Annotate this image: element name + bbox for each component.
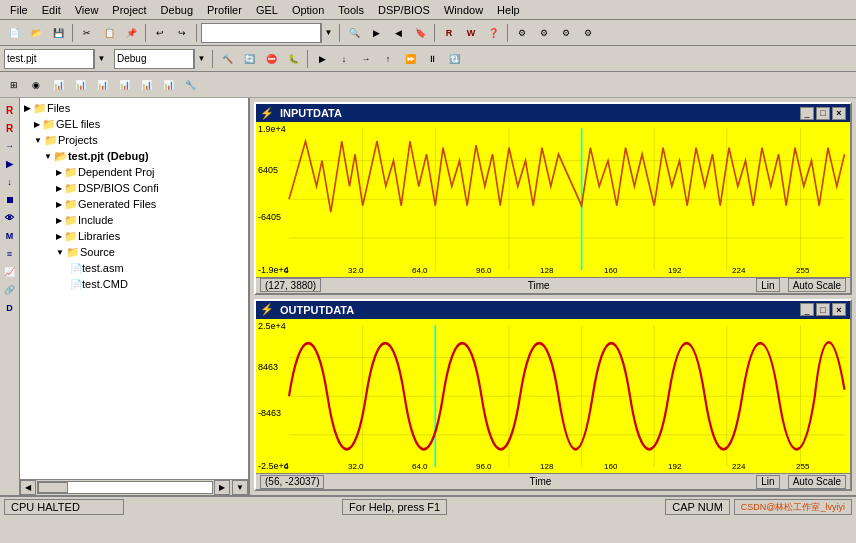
new-button[interactable]: 📄 [4, 23, 24, 43]
icon-stop[interactable]: ⏹ [2, 192, 18, 208]
t3-btn9[interactable]: 🔧 [180, 75, 200, 95]
redo-button[interactable]: ↪ [172, 23, 192, 43]
tree-icon-libs: 📁 [64, 230, 78, 243]
menu-dspbios[interactable]: DSP/BIOS [372, 2, 436, 18]
config-dropdown[interactable]: Debug [114, 49, 194, 69]
find-prev-button[interactable]: ◀ [388, 23, 408, 43]
scroll-left[interactable]: ◀ [20, 480, 36, 495]
menu-project[interactable]: Project [106, 2, 152, 18]
step-out-btn[interactable]: ↑ [378, 49, 398, 69]
reset-btn[interactable]: 🔃 [444, 49, 464, 69]
tree-item-libs[interactable]: ▶ 📁 Libraries [20, 228, 248, 244]
icon-prof[interactable]: 📈 [2, 264, 18, 280]
search-dropdown[interactable]: ▼ [321, 23, 335, 43]
graph1-close[interactable]: × [832, 107, 846, 120]
t3-btn3[interactable]: 📊 [48, 75, 68, 95]
graph-inputdata-body[interactable]: 1.9e+4 6405 -6405 -1.9e+4 [256, 122, 850, 277]
toggle2[interactable]: W [461, 23, 481, 43]
undo-button[interactable]: ↩ [150, 23, 170, 43]
graph-outputdata-body[interactable]: 2.5e+4 8463 -8463 -2.5e+4 [256, 319, 850, 474]
menu-help[interactable]: Help [491, 2, 526, 18]
graph2-minimize[interactable]: _ [800, 303, 814, 316]
icon-dsp[interactable]: D [2, 300, 18, 316]
toggle1[interactable]: R [439, 23, 459, 43]
t3-btn1[interactable]: ⊞ [4, 75, 24, 95]
graph2-autoscale: Auto Scale [788, 475, 846, 489]
menu-view[interactable]: View [69, 2, 105, 18]
tree-item-gel[interactable]: ▶ 📁 GEL files [20, 116, 248, 132]
graph2-close[interactable]: × [832, 303, 846, 316]
t3-btn7[interactable]: 📊 [136, 75, 156, 95]
btn-b[interactable]: ⚙ [534, 23, 554, 43]
tree-item-projects[interactable]: ▼ 📁 Projects [20, 132, 248, 148]
menu-tools[interactable]: Tools [332, 2, 370, 18]
help-button[interactable]: ❓ [483, 23, 503, 43]
menu-edit[interactable]: Edit [36, 2, 67, 18]
icon-run[interactable]: ▶ [2, 156, 18, 172]
t3-btn8[interactable]: 📊 [158, 75, 178, 95]
step-over-btn[interactable]: → [356, 49, 376, 69]
run-btn[interactable]: ▶ [312, 49, 332, 69]
tree-item-testasm[interactable]: 📄 test.asm [20, 260, 248, 276]
halt-btn[interactable]: ⏸ [422, 49, 442, 69]
graph1-minimize[interactable]: _ [800, 107, 814, 120]
icon-arrow[interactable]: → [2, 138, 18, 154]
stop-btn[interactable]: ⛔ [261, 49, 281, 69]
tree-item-files[interactable]: ▶ 📁 Files [20, 100, 248, 116]
save-button[interactable]: 💾 [48, 23, 68, 43]
menu-option[interactable]: Option [286, 2, 330, 18]
tree-item-include[interactable]: ▶ 📁 Include [20, 212, 248, 228]
icon-link[interactable]: 🔗 [2, 282, 18, 298]
rebuild-btn[interactable]: 🔄 [239, 49, 259, 69]
icon-watch[interactable]: 👁 [2, 210, 18, 226]
menu-bar: File Edit View Project Debug Profiler GE… [0, 0, 856, 20]
find-button[interactable]: 🔍 [344, 23, 364, 43]
t3-btn6[interactable]: 📊 [114, 75, 134, 95]
menu-window[interactable]: Window [438, 2, 489, 18]
find-next-button[interactable]: ▶ [366, 23, 386, 43]
tree-icon-dep: 📁 [64, 166, 78, 179]
icon-r[interactable]: R [2, 102, 18, 118]
copy-button[interactable]: 📋 [99, 23, 119, 43]
build-btn[interactable]: 🔨 [217, 49, 237, 69]
t3-btn2[interactable]: ◉ [26, 75, 46, 95]
tree-item-source[interactable]: ▼ 📁 Source [20, 244, 248, 260]
cut-button[interactable]: ✂ [77, 23, 97, 43]
graph1-maximize[interactable]: □ [816, 107, 830, 120]
project-dropdown[interactable]: test.pjt [4, 49, 94, 69]
tree-item-dspbios[interactable]: ▶ 📁 DSP/BIOS Confi [20, 180, 248, 196]
config-dropdown-arrow[interactable]: ▼ [194, 49, 208, 69]
t3-btn5[interactable]: 📊 [92, 75, 112, 95]
paste-button[interactable]: 📌 [121, 23, 141, 43]
graph-inputdata-titlebar: ⚡ INPUTDATA _ □ × [256, 104, 850, 122]
menu-profiler[interactable]: Profiler [201, 2, 248, 18]
scroll-right[interactable]: ▶ [214, 480, 230, 495]
run-free-btn[interactable]: ⏩ [400, 49, 420, 69]
toolbar-2: test.pjt ▼ Debug ▼ 🔨 🔄 ⛔ 🐛 ▶ ↓ → ↑ ⏩ ⏸ 🔃 [0, 46, 856, 72]
debug-btn[interactable]: 🐛 [283, 49, 303, 69]
bookmark-button[interactable]: 🔖 [410, 23, 430, 43]
menu-gel[interactable]: GEL [250, 2, 284, 18]
scroll-track[interactable] [37, 481, 213, 494]
step-in-btn[interactable]: ↓ [334, 49, 354, 69]
open-button[interactable]: 📂 [26, 23, 46, 43]
t3-btn4[interactable]: 📊 [70, 75, 90, 95]
menu-file[interactable]: File [4, 2, 34, 18]
icon-r2[interactable]: R [2, 120, 18, 136]
btn-d[interactable]: ⚙ [578, 23, 598, 43]
tree-item-testcmd[interactable]: 📄 test.CMD [20, 276, 248, 292]
btn-c[interactable]: ⚙ [556, 23, 576, 43]
graph2-maximize[interactable]: □ [816, 303, 830, 316]
icon-mem[interactable]: M [2, 228, 18, 244]
project-dropdown-arrow[interactable]: ▼ [94, 49, 108, 69]
icon-reg[interactable]: ≡ [2, 246, 18, 262]
search-input[interactable] [201, 23, 321, 43]
tree-item-testpjt[interactable]: ▼ 📂 test.pjt (Debug) [20, 148, 248, 164]
menu-debug[interactable]: Debug [155, 2, 199, 18]
scroll-down[interactable]: ▼ [232, 480, 248, 495]
graph1-cursor-pos: (127, 3880) [260, 278, 321, 292]
tree-item-gen[interactable]: ▶ 📁 Generated Files [20, 196, 248, 212]
btn-a[interactable]: ⚙ [512, 23, 532, 43]
icon-step[interactable]: ↓ [2, 174, 18, 190]
tree-item-dep[interactable]: ▶ 📁 Dependent Proj [20, 164, 248, 180]
